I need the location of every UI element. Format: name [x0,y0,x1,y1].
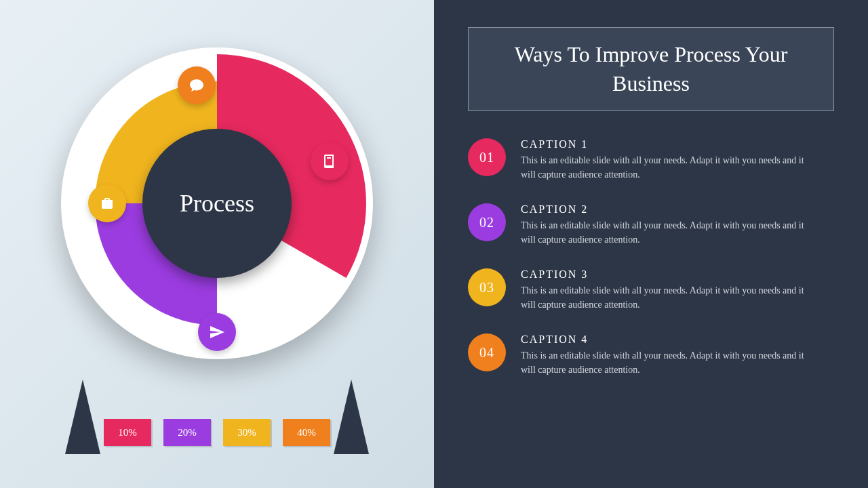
legend-chip: 40% [283,419,330,446]
caption-title: CAPTION 2 [521,203,806,216]
caption-number: 01 [479,150,494,165]
book-icon [311,142,349,180]
process-wheel: Process [61,47,373,359]
caption-body: This is an editable slide with all your … [521,283,806,312]
slide-title: Ways To Improve Process Your Business [468,27,834,111]
legend-chip: 20% [163,419,211,446]
slide-title-text: Ways To Improve Process Your Business [515,42,788,96]
legend-row: 10% 20% 30% 40% [103,419,331,446]
paper-plane-icon [198,313,236,351]
caption-number: 04 [479,345,494,361]
legend-label: 40% [297,427,316,439]
caption-number: 03 [479,280,494,296]
caption-body: This is an editable slide with all your … [521,153,806,182]
legend: 10% 20% 30% 40% [61,380,373,461]
caption-title: CAPTION 3 [521,268,806,281]
wheel-center-label: Process [180,189,254,218]
legend-chip: 10% [104,419,151,446]
triangle-left-decor [65,380,100,454]
content-panel: Ways To Improve Process Your Business 01… [434,0,868,488]
caption-number-badge: 02 [468,203,506,241]
caption-number-badge: 01 [468,138,506,176]
graphic-panel: Process 10% 20% 30% 40% [0,0,434,488]
caption-number-badge: 03 [468,268,506,306]
wheel-center: Process [142,129,292,278]
triangle-right-decor [334,380,369,454]
caption-number: 02 [479,215,494,230]
caption-item: 02 CAPTION 2 This is an editable slide w… [468,203,834,247]
caption-number-badge: 04 [468,333,506,371]
legend-label: 10% [118,427,137,439]
speech-icon [178,66,216,104]
caption-title: CAPTION 1 [521,138,806,150]
legend-label: 20% [178,427,197,439]
caption-item: 04 CAPTION 4 This is an editable slide w… [468,333,834,377]
caption-item: 03 CAPTION 3 This is an editable slide w… [468,268,834,312]
briefcase-icon [88,184,126,222]
caption-body: This is an editable slide with all your … [521,348,806,377]
legend-chip: 30% [223,419,271,446]
caption-title: CAPTION 4 [521,333,806,346]
legend-label: 30% [237,427,256,439]
caption-body: This is an editable slide with all your … [521,218,806,247]
caption-item: 01 CAPTION 1 This is an editable slide w… [468,138,834,182]
